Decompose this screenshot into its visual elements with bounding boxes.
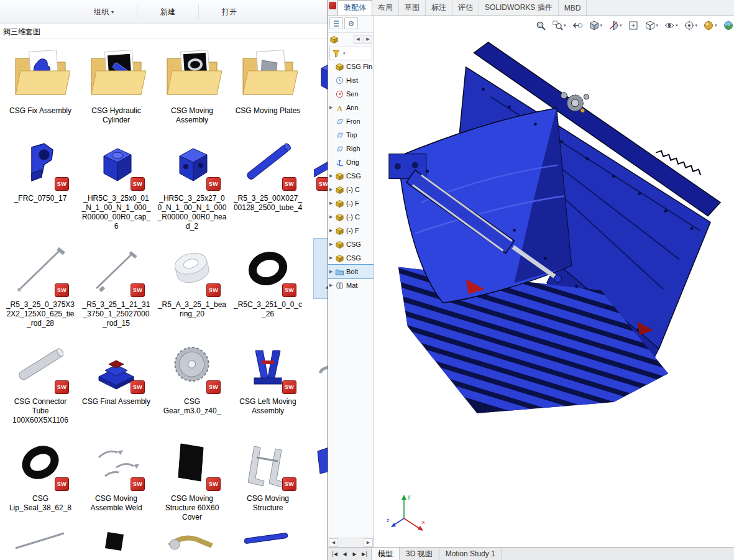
solidworks-window: 装配体布局草图标注评估SOLIDWORKS 插件MBD [328,0,734,560]
file-item[interactable]: SW_R5C_3_251_0_0_c_26 [230,239,306,319]
file-item[interactable]: SWCSG Moving Structure [230,433,306,513]
file-item[interactable] [154,530,230,560]
organize-button[interactable]: 组织 ▾ [87,4,121,21]
tree-item[interactable]: Hist [328,73,374,87]
tab-scroll-next-button[interactable]: ▶ [350,551,359,557]
featuremanager-tab[interactable] [329,17,343,29]
ribbon-tab-布局[interactable]: 布局 [372,0,399,16]
zoom-fit-icon[interactable] [533,19,548,32]
file-item[interactable]: CSG Fix Assembly [2,45,78,116]
tree-item[interactable]: Fron [328,114,374,128]
ribbon-tab-SOLIDWORKS 插件[interactable]: SOLIDWORKS 插件 [479,0,559,16]
dynamic-assembly-motion-icon[interactable] [626,19,641,32]
file-item[interactable]: SWCSG Gear_m3.0_z40_ [154,336,230,416]
open-button[interactable]: 打开 [215,4,244,21]
expand-arrow-icon[interactable]: ▶ [329,105,335,110]
scroll-left-button[interactable]: ◀ [329,538,338,547]
expand-arrow-icon[interactable]: ▶ [329,201,335,206]
file-item[interactable]: CSG Hydraulic Cylinder [78,45,154,125]
tab-scroll-prev-button[interactable]: ◀ [340,551,349,557]
ribbon-tab-草图[interactable]: 草图 [399,0,426,16]
file-item[interactable]: SW_FRC_0750_17 [2,132,78,203]
file-item[interactable]: SW_R5_3_25_1_21_31_3750_1_25027000_rod_1… [78,239,154,328]
file-item[interactable]: SWCSG Final Assembly [78,336,154,406]
solidworks-badge-icon: SW [131,177,145,191]
expand-arrow-icon[interactable]: ▶ [329,228,335,233]
file-item[interactable]: SWCSG Left Moving Assembly [230,336,306,416]
file-item[interactable]: SW_HR5C_3_25x27_00_N_1_00_N_1_000_R00000… [154,132,230,231]
tree-item[interactable]: ▶CSG [328,169,374,183]
file-item[interactable]: SWCSG Connector Tube 100X60X5X1106 [2,336,78,425]
scroll-right-button[interactable]: ▶ [364,538,373,547]
zoom-to-area-icon[interactable]: ▾ [550,19,568,32]
panel-back-button[interactable]: ◀ [354,35,362,44]
expand-arrow-icon[interactable]: ▶ [329,283,335,288]
file-label: _HR5C_3_25x27_00_N_1_00_N_1_000_R00000_0… [157,194,227,231]
bottom-tab-Motion Study 1[interactable]: Motion Study 1 [439,548,502,560]
expand-arrow-icon[interactable]: ▶ [329,173,335,178]
expand-arrow-icon[interactable]: ▶ [329,187,335,192]
ribbon-tab-评估[interactable]: 评估 [452,0,479,16]
new-button[interactable]: 新建 [154,4,182,21]
propertymanager-tab[interactable] [344,17,358,29]
tab-scroll-first-button[interactable]: |◀ [330,551,339,557]
tree-item[interactable]: ▶Mat [328,278,374,292]
file-item[interactable]: CSG Moving Plates [230,45,306,116]
previous-view-icon[interactable] [570,19,585,32]
graphics-viewport[interactable]: y x z ▾▾▾▾▾▾▾▾ [328,16,734,547]
tree-item[interactable]: ▶Bolt [328,265,374,278]
ribbon-tab-标注[interactable]: 标注 [426,0,452,16]
tab-scroll-last-button[interactable]: ▶| [360,551,369,557]
ribbon-tab-装配体[interactable]: 装配体 [337,0,372,16]
solidworks-badge-icon: SW [131,477,145,491]
file-item[interactable]: SWCSG Moving Structure 60X60 Cover [154,433,230,522]
chevron-down-icon: ▾ [620,23,622,28]
file-item[interactable]: SW_HR5C_3_25x0_01_N_1_00_N_1_000_R00000_… [78,132,154,231]
tree-horizontal-scrollbar[interactable]: ◀ ▶ [328,538,374,547]
file-item[interactable]: CSG Moving Assembly [154,45,230,125]
tree-filter[interactable]: ▾ [329,47,372,60]
chevron-down-icon: ▾ [676,23,678,28]
tree-item[interactable]: ▶(-) C [328,183,374,196]
file-label: _FRC_0750_17 [6,194,75,203]
tree-item[interactable]: Sen [328,87,374,101]
tree-item[interactable]: Orig [328,155,374,169]
expand-arrow-icon[interactable]: ▶ [329,242,335,247]
tree-item[interactable]: CSG Fin [328,60,374,73]
tree-item[interactable]: ▶(-) F [328,196,374,210]
edit-appearance-icon[interactable]: ▾ [701,19,719,32]
chevron-down-icon: ▾ [343,51,346,56]
expand-arrow-icon[interactable]: ▶ [329,214,335,219]
apply-scene-icon[interactable]: ▾ [721,19,734,32]
view-settings-icon[interactable]: ▾ [682,19,700,32]
hide-show-items-icon[interactable]: ▾ [662,19,680,32]
bottom-tab-模型[interactable]: 模型 [372,548,400,560]
file-label: CSG Final Assembly [81,397,151,406]
file-item[interactable] [230,530,306,560]
bottom-tab-3D 视图[interactable]: 3D 视图 [400,548,439,560]
tree-item[interactable]: Top [328,128,374,142]
tree-item[interactable]: Righ [328,142,374,155]
gear-icon [347,20,355,27]
tree-item[interactable]: ▶CSG [328,237,374,251]
file-item[interactable]: SW_R5_3_25_0_375X32X2_125X0_625_tie_rod_… [2,239,78,328]
file-item[interactable]: SWCSG Lip_Seal_38_62_8 [2,433,78,513]
file-thumbnail: SW [238,239,298,298]
file-item[interactable]: SWCSG Moving Assemble Weld [78,433,154,513]
file-item[interactable]: SW_R5_A_3_25_1_bearing_20 [154,239,230,319]
view-orientation-icon[interactable]: ▾ [587,19,605,32]
file-item[interactable] [2,530,78,560]
expand-arrow-icon[interactable]: ▶ [329,255,335,260]
ribbon-tab-MBD[interactable]: MBD [559,0,587,16]
tree-item[interactable]: ▶(-) F [328,224,374,237]
expand-arrow-icon[interactable]: ▶ [329,269,335,274]
tree-item[interactable]: ▶CSG [328,251,374,265]
tree-item[interactable]: ▶(-) C [328,210,374,224]
tree-item[interactable]: ▶AAnn [328,101,374,114]
chevron-down-icon: ▾ [695,23,698,28]
file-item[interactable] [78,530,154,560]
file-item[interactable]: SW_R5_3_25_00X027_00128_2500_tube_4 [230,132,306,213]
section-view-icon[interactable]: ▾ [606,19,624,32]
panel-forward-button[interactable]: ▶ [364,35,372,44]
display-style-icon[interactable]: ▾ [643,19,661,32]
